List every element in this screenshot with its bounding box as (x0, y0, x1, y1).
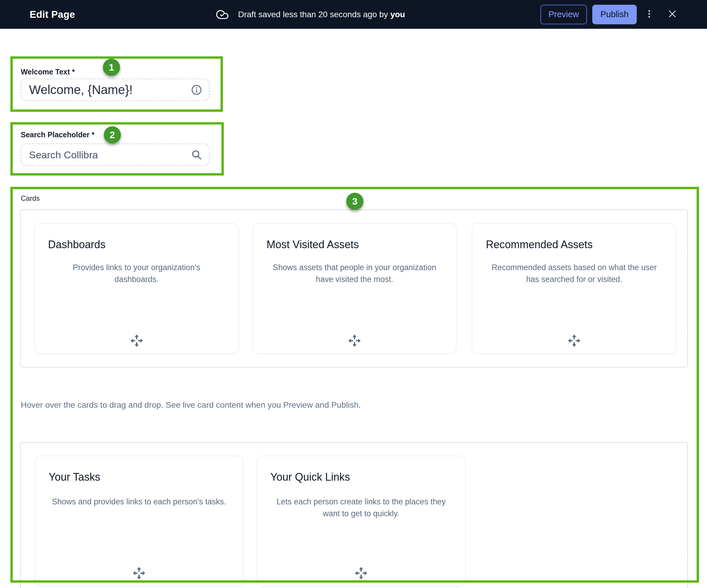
card-your-tasks[interactable]: Your Tasks Shows and provides links to e… (35, 456, 243, 586)
card-title: Most Visited Assets (267, 238, 456, 251)
close-icon (667, 9, 677, 20)
search-placeholder-field (21, 143, 210, 166)
card-most-visited-assets[interactable]: Most Visited Assets Shows assets that pe… (252, 223, 457, 354)
header-actions: Preview Publish (540, 0, 681, 29)
draft-status-author: you (391, 10, 405, 19)
card-recommended-assets[interactable]: Recommended Assets Recommended assets ba… (472, 223, 676, 354)
cards-section-label: Cards (21, 194, 40, 202)
card-your-quick-links[interactable]: Your Quick Links Lets each person create… (257, 456, 466, 586)
card-description: Shows assets that people in your organiz… (253, 262, 456, 285)
card-description: Provides links to your organization's da… (34, 262, 239, 285)
draft-status-message: Draft saved less than 20 seconds ago by (238, 10, 388, 19)
move-icon[interactable] (354, 566, 368, 580)
card-title: Recommended Assets (486, 238, 676, 251)
search-placeholder-input[interactable] (21, 149, 191, 161)
card-description: Lets each person create links to the pla… (257, 496, 465, 520)
welcome-text-field (21, 78, 210, 101)
move-icon[interactable] (132, 566, 146, 580)
publish-button[interactable]: Publish (592, 5, 637, 24)
card-title: Your Quick Links (270, 471, 465, 483)
move-icon[interactable] (130, 334, 143, 348)
preview-button[interactable]: Preview (540, 5, 587, 24)
search-placeholder-label: Search Placeholder * (21, 130, 95, 139)
card-description: Recommended assets based on what the use… (472, 262, 676, 285)
info-icon[interactable] (191, 84, 202, 96)
draft-status-text: Draft saved less than 20 seconds ago by … (238, 10, 405, 19)
cloud-check-icon (215, 8, 229, 21)
close-editor-button[interactable] (664, 5, 681, 24)
page-title: Edit Page (30, 9, 75, 20)
draft-status: Draft saved less than 20 seconds ago by … (215, 0, 405, 29)
search-icon (191, 149, 202, 161)
kebab-menu-icon (644, 9, 654, 20)
move-icon[interactable] (348, 334, 361, 348)
header-bar: Edit Page Draft saved less than 20 secon… (0, 0, 707, 29)
card-description: Shows and provides links to each person'… (35, 496, 243, 508)
card-title: Dashboards (48, 238, 239, 251)
card-dashboards[interactable]: Dashboards Provides links to your organi… (34, 223, 239, 354)
annotation-badge-1: 1 (103, 59, 120, 76)
welcome-text-label: Welcome Text * (21, 68, 75, 76)
annotation-badge-2: 2 (104, 126, 121, 143)
drag-drop-hint: Hover over the cards to drag and drop. S… (21, 400, 361, 410)
card-title: Your Tasks (48, 471, 243, 483)
move-icon[interactable] (567, 334, 581, 348)
more-options-button[interactable] (641, 5, 658, 24)
annotation-badge-3: 3 (346, 193, 363, 210)
welcome-text-input[interactable] (21, 83, 191, 97)
